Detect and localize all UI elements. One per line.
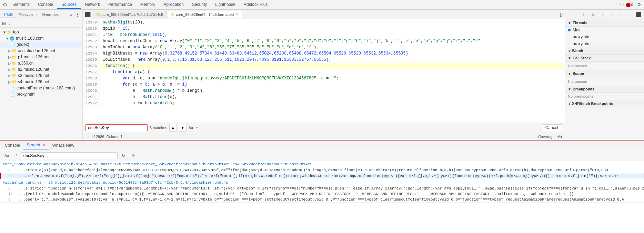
thread-main[interactable]: Main	[565, 27, 644, 33]
menu-icon[interactable]: ⋮	[74, 12, 81, 17]
folder-icon: 📁	[12, 49, 17, 53]
tree-item-acstatic[interactable]: ▷ 📁 acstatic-dun.126.net	[0, 48, 82, 54]
editor-tab-label: core_55b928eef7...14c5:formatted	[176, 12, 234, 17]
bottom-tab-whatsnew[interactable]: What's New	[49, 142, 78, 149]
threads-section-header[interactable]: ▼ Threads	[565, 19, 644, 27]
search-input[interactable]	[21, 152, 118, 159]
tab-lighthouse[interactable]: Lighthouse	[211, 1, 240, 9]
editor-tab-close-icon[interactable]: ✕	[236, 12, 239, 16]
tree-label: proxy.html	[17, 92, 35, 97]
find-input[interactable]	[85, 124, 148, 131]
tab-application[interactable]: Application	[159, 1, 188, 9]
step-out-button[interactable]: ↑	[616, 11, 624, 18]
result-line-6b[interactable]: 6 ...operty(t,"__esModule",{value:!0});v…	[0, 197, 644, 202]
find-next-button[interactable]: ▼	[179, 124, 187, 132]
call-stack-section-header[interactable]: ▼ Call Stack	[565, 55, 644, 62]
thread-proxy2[interactable]: proxy.html	[565, 40, 644, 47]
step-into-button[interactable]: ↓	[607, 11, 615, 18]
deactivate-breakpoints-button[interactable]: ⬛	[634, 11, 642, 18]
error-icon: ⬤	[626, 2, 631, 7]
tree-item-contentframe[interactable]: 📄 contentFrame (music.163.com/)	[0, 85, 82, 91]
tab-security[interactable]: Security	[188, 1, 211, 9]
code-area[interactable]: 12979 setMaxDigits(20), 12980 dp110 = 15…	[83, 19, 565, 122]
regex-checkbox[interactable]: .*	[195, 126, 198, 130]
code-line: 12988 var d, e, b = "abcdefghijklmnopqrs…	[83, 75, 565, 81]
result-file-link-2[interactable]: vipcashier.umd.js — s5.music.126.net/sta…	[0, 179, 644, 186]
line-content: !function() {	[100, 63, 565, 69]
result-file-link-1[interactable]: core_55b928eef7ca89ab08c7b5cb1b7b14c5 — …	[0, 161, 644, 167]
tab-sources[interactable]: Sources	[57, 1, 81, 9]
match-case-checkbox[interactable]: Aa	[189, 126, 193, 130]
scope-section-header[interactable]: ▼ Scope	[565, 70, 644, 77]
line-content: e = Math.random() * b.length,	[100, 88, 565, 94]
bottom-tab-search[interactable]: Search ✕	[23, 141, 49, 149]
threads-label: Threads	[573, 21, 587, 25]
search-result-group-2: vipcashier.umd.js — s5.music.126.net/sta…	[0, 179, 644, 203]
more-icon[interactable]: »	[69, 12, 74, 17]
result-line-number: 11	[8, 192, 17, 196]
bottom-tab-bar: Console Search ✕ What's New	[0, 140, 644, 150]
step-over-button[interactable]: ⤵	[598, 11, 606, 18]
result-line-11[interactable]: 11 ...{void 0!==module&&module.exports?m…	[0, 191, 644, 197]
folder-icon: 📁	[12, 74, 17, 78]
format-icon[interactable]: {}	[557, 12, 565, 17]
tree-item-p1music[interactable]: ▷ 📁 p1.music.126.net	[0, 54, 82, 60]
line-content: var d, e, b = "abcdefghijklmnopqrstuvwxy…	[100, 75, 565, 81]
settings-icon[interactable]: ⚙	[636, 1, 643, 8]
line-content: lr10 = biFromNumber(1e15),	[100, 32, 565, 38]
line-content: function a(a) {	[100, 69, 565, 75]
find-cancel-button[interactable]: Cancel	[542, 124, 562, 131]
left-tab-page[interactable]: Page	[1, 11, 16, 18]
editor-tab-minified[interactable]: JS core_55b928eef7...c7b5cb1b7b14c5	[93, 11, 167, 18]
thread-name: proxy.html	[573, 41, 591, 46]
search-clear-icon[interactable]: ⊘	[129, 152, 137, 159]
left-tab-overrides[interactable]: Overrides	[39, 11, 61, 18]
tree-item-s360[interactable]: ▷ 📁 s.360.cn	[0, 60, 82, 66]
tab-network[interactable]: Network	[81, 1, 104, 9]
tab-performance[interactable]: Performance	[104, 1, 136, 9]
tree-item-top[interactable]: ▼ 📁 top	[0, 29, 82, 35]
status-bar: Line 12986, Column 1 Coverage: n/a	[83, 133, 565, 140]
tree-item-s2music[interactable]: ▷ 📁 s2.music.126.net	[0, 66, 82, 72]
breakpoints-section-header[interactable]: ▼ Breakpoints	[565, 86, 644, 93]
result-line-8[interactable]: 8 ...ction a(a){var d,e,b="abcdefghijklm…	[0, 167, 644, 173]
tree-item-music163[interactable]: ▼ 🌐 music.163.com	[0, 35, 82, 41]
tab-console[interactable]: Console	[34, 1, 57, 9]
error-count: 6	[631, 3, 633, 7]
result-line-9[interactable]: 9 ...c7f-NEJPev9m-e7f("nej.g"),v7o-e7f("…	[0, 173, 644, 179]
search-refresh-icon[interactable]: ↻	[120, 152, 127, 159]
tab-elements[interactable]: Elements	[8, 1, 34, 9]
bottom-tab-close-icon[interactable]: ✕	[42, 143, 45, 147]
thread-proxy1[interactable]: proxy.html	[565, 33, 644, 40]
code-line: 12980 dp110 = 15,	[83, 26, 565, 32]
result-file-name: vipcashier.umd.js — s5.music.126.net/sta…	[3, 181, 228, 185]
code-line: 12990 e = Math.random() * b.length,	[83, 88, 565, 94]
line-number: 12980	[83, 26, 100, 32]
editor-tab-formatted[interactable]: JS core_55b928eef7...14c5:formatted ✕	[167, 11, 242, 18]
tree-item-s4music[interactable]: ▷ 📁 s4.music.126.net	[0, 79, 82, 85]
step-button[interactable]: →	[625, 11, 633, 18]
sync-icon[interactable]: ↕	[8, 20, 12, 27]
search-regex[interactable]: .*	[13, 153, 19, 159]
resume-button[interactable]: ▶	[590, 11, 597, 18]
result-line-6a[interactable]: 6 ...e strict";function n(){for(var e=[]…	[0, 186, 644, 191]
bottom-panel: Console Search ✕ What's New Aa .* ↻ ⊘ co…	[0, 140, 644, 233]
back-icon[interactable]: ⬛	[83, 12, 93, 17]
pause-button[interactable]: ⏸	[581, 11, 588, 18]
tree-item-s3music[interactable]: ▷ 📁 s3.music.126.net	[0, 72, 82, 79]
tree-item-proxy[interactable]: 📄 proxy.html	[0, 91, 82, 97]
expand-all-icon[interactable]: ⊞	[1, 20, 7, 27]
xhr-section-header[interactable]: ▷ XHR/fetch Breakpoints	[565, 100, 644, 107]
find-prev-button[interactable]: ▲	[169, 124, 177, 132]
folder-icon: 📁	[7, 30, 12, 35]
tab-memory[interactable]: Memory	[136, 1, 159, 9]
left-tab-filesystem[interactable]: Filesystem	[16, 11, 40, 18]
bottom-tab-console[interactable]: Console	[1, 142, 23, 149]
tree-item-index[interactable]: 📄 (index)	[0, 41, 82, 48]
watch-section-header[interactable]: ▷ Watch	[565, 47, 644, 55]
tab-adblock[interactable]: Adblock Plus	[240, 1, 272, 9]
tree-label: (index)	[17, 42, 29, 47]
search-match-case[interactable]: Aa	[3, 153, 11, 159]
devtools-icon[interactable]: ⚙	[1, 1, 8, 8]
globe-icon: 🌐	[10, 36, 14, 41]
